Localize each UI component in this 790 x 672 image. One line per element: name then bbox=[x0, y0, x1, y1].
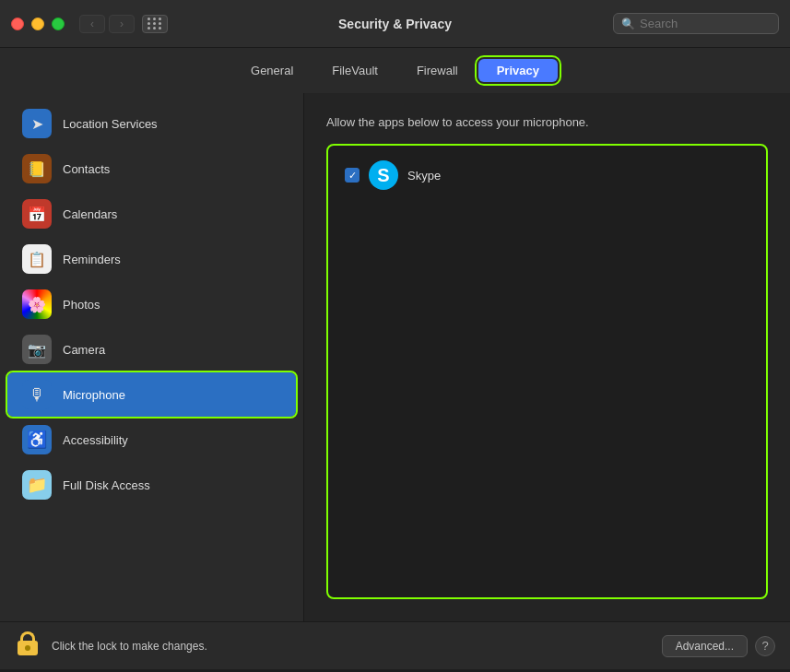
sidebar-item-accessibility[interactable]: ♿ Accessibility bbox=[7, 418, 296, 462]
sidebar-item-photos[interactable]: 🌸 Photos bbox=[7, 282, 296, 326]
sidebar-item-calendars[interactable]: 📅 Calendars bbox=[7, 192, 296, 236]
bottom-bar: Click the lock to make changes. Advanced… bbox=[0, 621, 790, 669]
search-input[interactable] bbox=[640, 17, 771, 30]
grid-dot bbox=[159, 22, 161, 25]
accessibility-icon: ♿ bbox=[22, 425, 52, 454]
grid-dot bbox=[147, 18, 150, 20]
search-icon: 🔍 bbox=[621, 18, 635, 30]
tab-firewall[interactable]: Firewall bbox=[398, 59, 477, 82]
sidebar-item-label: Accessibility bbox=[63, 433, 128, 447]
close-button[interactable] bbox=[11, 18, 24, 30]
grid-dot bbox=[159, 18, 161, 20]
tab-general[interactable]: General bbox=[232, 59, 312, 82]
app-grid-button[interactable] bbox=[142, 15, 168, 33]
grid-dot bbox=[159, 27, 161, 29]
search-bar[interactable]: 🔍 bbox=[613, 13, 779, 34]
sidebar-item-label: Reminders bbox=[63, 253, 121, 266]
lock-body bbox=[18, 641, 38, 655]
sidebar-item-label: Camera bbox=[63, 343, 105, 357]
list-item[interactable]: S Skype bbox=[336, 153, 759, 197]
main-content: ➤ Location Services 📒 Contacts 📅 Calenda… bbox=[0, 93, 790, 621]
traffic-lights bbox=[11, 18, 65, 30]
grid-dot bbox=[147, 22, 150, 25]
location-icon: ➤ bbox=[22, 109, 52, 138]
sidebar-item-reminders[interactable]: 📋 Reminders bbox=[7, 237, 296, 281]
app-checkbox-skype[interactable] bbox=[345, 168, 360, 183]
grid-dot bbox=[147, 27, 150, 29]
lock-hole bbox=[25, 645, 30, 651]
panel-description: Allow the apps below to access your micr… bbox=[326, 115, 768, 129]
app-name-skype: Skype bbox=[407, 169, 441, 183]
right-panel: Allow the apps below to access your micr… bbox=[304, 93, 790, 621]
sidebar-item-label: Photos bbox=[63, 298, 100, 312]
camera-icon: 📷 bbox=[22, 335, 52, 364]
lock-text: Click the lock to make changes. bbox=[52, 640, 207, 653]
help-button[interactable]: ? bbox=[755, 636, 775, 656]
lock-shackle bbox=[20, 631, 35, 641]
sidebar: ➤ Location Services 📒 Contacts 📅 Calenda… bbox=[0, 93, 304, 621]
minimize-button[interactable] bbox=[31, 18, 44, 30]
nav-buttons: ‹ › bbox=[79, 15, 135, 33]
grid-dot bbox=[153, 27, 156, 29]
photos-icon: 🌸 bbox=[22, 289, 52, 319]
lock-icon[interactable] bbox=[15, 631, 41, 661]
reminders-icon: 📋 bbox=[22, 244, 52, 274]
sidebar-item-location[interactable]: ➤ Location Services bbox=[7, 101, 296, 146]
sidebar-item-label: Contacts bbox=[63, 162, 110, 176]
grid-dot bbox=[153, 22, 156, 25]
advanced-section: Advanced... ? bbox=[662, 635, 775, 657]
microphone-icon: 🎙 bbox=[22, 380, 52, 409]
sidebar-item-microphone[interactable]: 🎙 Microphone bbox=[7, 372, 296, 417]
skype-icon: S bbox=[369, 160, 398, 190]
advanced-button[interactable]: Advanced... bbox=[662, 635, 748, 657]
sidebar-item-label: Full Disk Access bbox=[63, 478, 150, 492]
titlebar: ‹ › Security & Privacy 🔍 bbox=[0, 0, 790, 48]
grid-dot bbox=[153, 18, 156, 20]
sidebar-item-camera[interactable]: 📷 Camera bbox=[7, 327, 296, 371]
forward-button[interactable]: › bbox=[109, 15, 135, 33]
apps-list: S Skype bbox=[326, 144, 768, 599]
tab-privacy[interactable]: Privacy bbox=[478, 59, 558, 82]
window-title: Security & Privacy bbox=[338, 17, 452, 31]
contacts-icon: 📒 bbox=[22, 154, 52, 183]
sidebar-item-label: Calendars bbox=[63, 207, 117, 221]
back-button[interactable]: ‹ bbox=[79, 15, 105, 33]
tabs-bar: General FileVault Firewall Privacy bbox=[0, 48, 790, 93]
sidebar-item-fulldisk[interactable]: 📁 Full Disk Access bbox=[7, 463, 296, 507]
sidebar-item-label: Microphone bbox=[63, 388, 125, 402]
fulldisk-icon: 📁 bbox=[22, 470, 52, 500]
tab-filevault[interactable]: FileVault bbox=[313, 59, 396, 82]
calendars-icon: 📅 bbox=[22, 199, 52, 229]
fullscreen-button[interactable] bbox=[52, 18, 65, 30]
sidebar-item-contacts[interactable]: 📒 Contacts bbox=[7, 147, 296, 191]
sidebar-item-label: Location Services bbox=[63, 117, 158, 131]
